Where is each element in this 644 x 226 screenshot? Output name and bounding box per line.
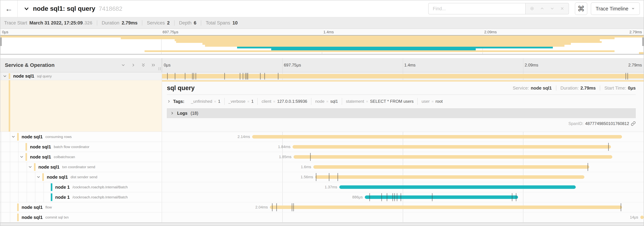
span-id-value: 4877749850101760812: [585, 121, 629, 126]
collapse-all-icon[interactable]: [141, 63, 146, 68]
span-gantt-cell[interactable]: 2.14ms: [162, 132, 644, 142]
span-row[interactable]: node 1/cockroach.roachpb.Internal/Batch8…: [0, 192, 644, 202]
span-row[interactable]: node sql1sql query: [0, 72, 644, 80]
timeline-tick-label: 2.79ms: [628, 63, 642, 68]
span-bar[interactable]: [252, 135, 622, 138]
span-name-cell[interactable]: node 1/cockroach.roachpb.Internal/Batch: [0, 192, 162, 202]
span-gantt-cell[interactable]: 1.84ms: [162, 142, 644, 152]
span-row[interactable]: node 1/cockroach.roachpb.Internal/Batch1…: [0, 182, 644, 192]
span-gantt-cell[interactable]: 2.04ms: [162, 202, 644, 212]
logs-toggle-row[interactable]: Logs (18): [167, 108, 636, 118]
minimap-span-bar: [202, 43, 571, 45]
log-marker-tick: [272, 203, 272, 211]
span-name-cell[interactable]: node sql1sql query: [0, 72, 162, 80]
span-gantt-cell[interactable]: 1.85ms: [162, 152, 644, 162]
tag-equals: =: [247, 100, 250, 104]
span-gantt-cell[interactable]: 14μs: [162, 212, 644, 222]
span-gantt-cell[interactable]: [162, 72, 644, 80]
span-name-cell[interactable]: node sql1dist sender send: [0, 172, 162, 182]
span-row[interactable]: node sql1dist sender send1.56ms: [0, 172, 644, 182]
page-title: node sql1: sql query: [33, 5, 95, 12]
summary-label: Duration: [102, 20, 120, 26]
span-row[interactable]: node sql1flow2.04ms: [0, 202, 644, 212]
expand-one-icon[interactable]: [131, 63, 136, 68]
trace-summary-bar: Trace StartMarch 31 2022, 17:25:09.326Du…: [0, 17, 644, 29]
span-name-cell[interactable]: node 1/cockroach.roachpb.Internal/Batch: [0, 182, 162, 192]
span-bar[interactable]: [292, 145, 611, 149]
log-marker-tick: [338, 173, 338, 181]
span-operation-name: commit sql txn: [46, 215, 69, 219]
tag-key: _unfinished: [191, 99, 212, 104]
tag-item: client=127.0.0.1:59936: [257, 98, 311, 105]
span-bar[interactable]: [315, 175, 584, 179]
span-row[interactable]: node sql1consuming rows2.14ms: [0, 132, 644, 142]
span-name-cell[interactable]: node sql1txn coordinator send: [0, 162, 162, 172]
minimap-canvas[interactable]: [0, 35, 644, 55]
span-gantt-cell[interactable]: 886μs: [162, 192, 644, 202]
tag-key: user: [422, 99, 430, 104]
log-marker-tick: [432, 193, 432, 201]
span-name-cell[interactable]: node sql1commit sql txn: [0, 212, 162, 222]
span-duration-label: 2.14ms: [238, 135, 250, 139]
expand-all-icon[interactable]: [151, 63, 156, 68]
span-name-cell[interactable]: node sql1flow: [0, 202, 162, 212]
summary-item: Trace StartMarch 31 2022, 17:25:09.326: [4, 20, 92, 26]
span-bar[interactable]: [640, 215, 644, 219]
log-marker-tick: [588, 163, 588, 171]
span-bar[interactable]: [294, 155, 612, 159]
span-name-cell[interactable]: node sql1colbatchscan: [0, 152, 162, 162]
span-row[interactable]: node sql1commit sql txn14μs: [0, 212, 644, 222]
span-gantt-cell[interactable]: 1.37ms: [162, 182, 644, 192]
find-prev-button[interactable]: [537, 4, 547, 14]
span-gantt-cell[interactable]: 1.6ms: [162, 162, 644, 172]
span-operation-name: flow: [46, 205, 52, 209]
span-service-name: node sql1: [30, 154, 51, 160]
trace-timeline-page: ← node sql1: sql query 7418682: [0, 0, 644, 226]
link-icon[interactable]: [631, 121, 636, 126]
back-button[interactable]: ←: [0, 0, 18, 17]
bottom-scrollbar-track[interactable]: [0, 222, 644, 226]
collapse-trace-chevron-icon[interactable]: [24, 6, 30, 12]
span-row[interactable]: node sql1batch flow coordinator1.84ms: [0, 142, 644, 152]
minimap-tick-label: 2.09ms: [484, 30, 497, 34]
find-next-button[interactable]: [547, 4, 557, 14]
span-bar[interactable]: [313, 165, 589, 169]
column-resizer-handle[interactable]: [158, 67, 161, 70]
span-bar[interactable]: [270, 205, 622, 209]
view-selector-button[interactable]: Trace Timeline: [591, 3, 640, 15]
minimap-span-bar: [144, 50, 614, 52]
logs-label: Logs: [177, 111, 188, 116]
span-name-cell[interactable]: node sql1consuming rows: [0, 132, 162, 142]
log-marker-tick: [260, 73, 260, 80]
span-bar[interactable]: [162, 74, 644, 78]
find-controls: [525, 3, 569, 15]
span-extent-accent-strip: [162, 80, 644, 82]
span-name-text: node sql1batch flow coordinator: [0, 142, 162, 152]
tag-value: 1: [251, 99, 254, 104]
tag-equals: =: [214, 100, 216, 104]
span-row[interactable]: node sql1txn coordinator send1.6ms: [0, 162, 644, 172]
detail-meta-divider: [600, 86, 600, 90]
minimap-tick-label: 2.79ms: [630, 30, 642, 34]
span-service-name: node sql1: [22, 205, 43, 210]
find-input[interactable]: [428, 3, 525, 15]
keyboard-shortcuts-button[interactable]: ⌘: [575, 3, 587, 15]
span-gantt-cell[interactable]: 1.56ms: [162, 172, 644, 182]
span-bar[interactable]: [339, 185, 576, 189]
find-locate-button[interactable]: [527, 4, 537, 14]
span-name-cell[interactable]: node sql1batch flow coordinator: [0, 142, 162, 152]
span-service-name: node sql1: [38, 164, 60, 170]
find-clear-button[interactable]: [557, 4, 567, 14]
span-id-row: SpanID: 4877749850101760812: [167, 121, 636, 126]
tag-equals: =: [326, 100, 328, 104]
summary-divider: [97, 20, 97, 26]
span-row[interactable]: node sql1colbatchscan1.85ms: [0, 152, 644, 162]
log-marker-tick: [192, 73, 193, 80]
detail-meta-value: node sql1: [531, 85, 552, 91]
span-service-name: node sql1: [13, 73, 34, 79]
span-name-text: node sql1sql query: [0, 72, 162, 80]
collapse-one-icon[interactable]: [121, 63, 126, 68]
log-marker-tick: [185, 73, 186, 80]
span-bar[interactable]: [365, 195, 518, 199]
tags-toggle-row[interactable]: Tags: _unfinished=1_verbose=1client=127.…: [167, 98, 636, 105]
